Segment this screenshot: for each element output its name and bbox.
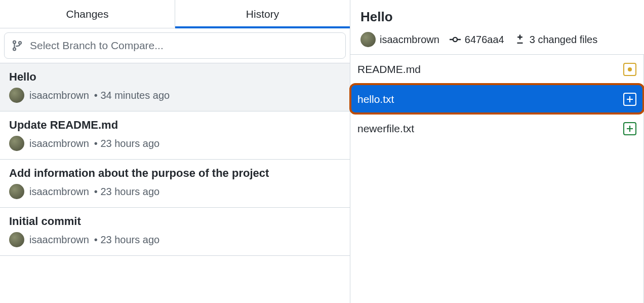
commit-meta: isaacmbrown23 hours ago	[9, 184, 341, 199]
commit-sha: 6476aa4	[465, 34, 504, 46]
changed-files-count: 3 changed files	[530, 34, 598, 46]
commit-list: Helloisaacmbrown34 minutes agoUpdate REA…	[0, 63, 350, 303]
tab-history[interactable]: History	[175, 0, 350, 28]
commit-title: Hello	[9, 70, 341, 84]
app-root: Changes History Select Branch to Compare…	[0, 0, 644, 303]
tab-changes-label: Changes	[66, 8, 108, 20]
file-status-modified-icon	[623, 63, 636, 76]
tab-changes[interactable]: Changes	[0, 0, 175, 28]
svg-point-0	[13, 41, 16, 44]
file-row[interactable]: README.md	[350, 55, 643, 84]
commit-author: isaacmbrown	[29, 186, 89, 198]
commit-title: Update README.md	[9, 119, 341, 132]
avatar	[9, 232, 24, 247]
file-row[interactable]: hello.txt	[350, 84, 643, 113]
commit-meta: isaacmbrown34 minutes ago	[9, 88, 341, 103]
commit-meta: isaacmbrown23 hours ago	[9, 232, 341, 247]
commit-title: Add information about the purpose of the…	[9, 167, 341, 180]
commit-row[interactable]: Update README.mdisaacmbrown23 hours ago	[0, 111, 350, 160]
commit-icon	[450, 34, 461, 45]
svg-point-1	[13, 48, 16, 50]
commit-sha-group[interactable]: 6476aa4	[450, 34, 504, 46]
commit-meta: isaacmbrown23 hours ago	[9, 136, 341, 151]
commit-author: isaacmbrown	[29, 234, 89, 246]
file-row[interactable]: newerfile.txt	[350, 113, 643, 143]
avatar	[9, 88, 24, 103]
commit-author: isaacmbrown	[29, 90, 89, 101]
changed-file-list: README.mdhello.txtnewerfile.txt	[350, 55, 644, 303]
file-name: newerfile.txt	[357, 123, 414, 135]
file-name: README.md	[357, 63, 421, 75]
commit-time: 23 hours ago	[94, 186, 159, 198]
changed-files-group[interactable]: 3 changed files	[514, 34, 598, 46]
tabs: Changes History	[0, 0, 350, 28]
commit-detail-header: Hello isaacmbrown 6476aa4 3 changed f	[350, 0, 644, 55]
commit-detail-title: Hello	[360, 9, 634, 25]
file-status-added-icon	[623, 122, 636, 135]
avatar	[9, 136, 24, 151]
commit-author: isaacmbrown	[380, 34, 439, 46]
branch-compare-placeholder: Select Branch to Compare...	[30, 40, 164, 52]
svg-point-2	[19, 42, 21, 44]
commit-author: isaacmbrown	[29, 138, 89, 149]
commit-time: 23 hours ago	[94, 138, 159, 149]
right-body: README.mdhello.txtnewerfile.txt	[350, 55, 644, 303]
commit-author-group: isaacmbrown	[360, 32, 439, 47]
commit-row[interactable]: Add information about the purpose of the…	[0, 160, 350, 208]
file-status-added-icon	[623, 93, 636, 106]
git-branch-icon	[12, 40, 23, 51]
diff-icon	[514, 34, 526, 45]
tab-history-label: History	[246, 8, 279, 20]
right-panel: Hello isaacmbrown 6476aa4 3 changed f	[350, 0, 644, 303]
commit-title: Initial commit	[9, 215, 341, 228]
file-name: hello.txt	[357, 93, 394, 105]
commit-row[interactable]: Helloisaacmbrown34 minutes ago	[0, 63, 350, 111]
avatar	[360, 32, 376, 47]
left-panel: Changes History Select Branch to Compare…	[0, 0, 350, 303]
commit-time: 34 minutes ago	[94, 90, 170, 101]
commit-row[interactable]: Initial commitisaacmbrown23 hours ago	[0, 208, 350, 256]
commit-time: 23 hours ago	[94, 234, 159, 246]
branch-compare-row: Select Branch to Compare...	[0, 28, 350, 63]
svg-point-3	[453, 37, 457, 42]
branch-compare-select[interactable]: Select Branch to Compare...	[4, 32, 346, 59]
avatar	[9, 184, 24, 199]
commit-detail-meta: isaacmbrown 6476aa4 3 changed files	[360, 32, 634, 47]
